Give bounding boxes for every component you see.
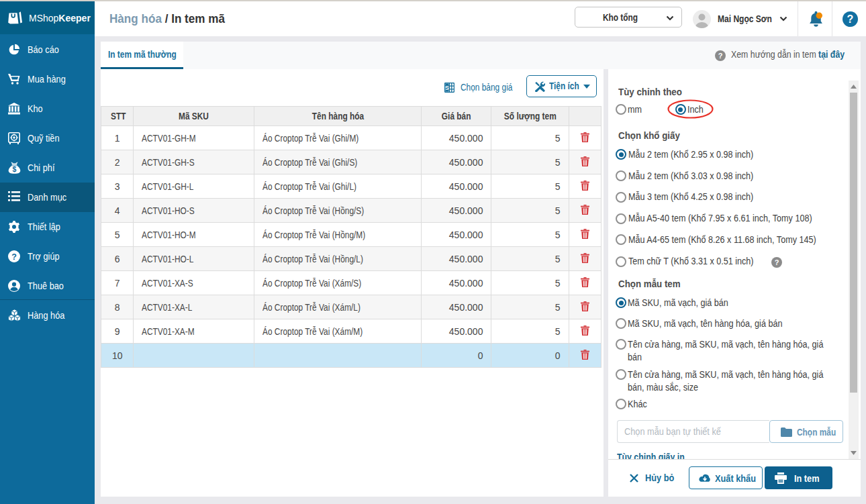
svg-text:$: $ [13, 165, 17, 173]
svg-text:?: ? [11, 252, 17, 262]
svg-text:S: S [445, 85, 449, 91]
